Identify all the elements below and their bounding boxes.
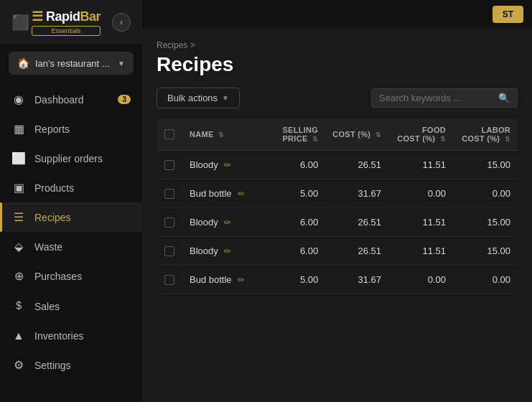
row-food-cost: 11.51 [388,237,453,266]
row-labor-cost: 15.00 [453,151,518,179]
edit-icon[interactable]: ✏ [224,218,231,228]
col-header-food[interactable]: FOODCOST (%) ⇅ [388,118,453,151]
row-cost: 26.51 [325,237,388,266]
sidebar-header: ⬛ ☰ RapidBar Essentials ‹ [0,0,142,45]
edit-icon[interactable]: ✏ [224,160,231,170]
row-name-cell: Bloody ✏ [182,208,261,237]
logo-text: ☰ RapidBar [32,9,101,24]
sidebar-item-reports[interactable]: ▦Reports [0,114,142,144]
add-recipe-button[interactable]: ST [493,6,523,23]
table-row: Bloody ✏ 6.00 26.51 11.51 15.00 [157,151,518,179]
sidebar-item-purchases[interactable]: ⊕Purchases [0,261,142,291]
row-labor-cost: 0.00 [453,266,518,294]
inventories-icon: ▲ [11,329,26,342]
products-icon: ▣ [11,181,26,195]
active-indicator [0,202,2,232]
col-header-check [157,118,182,151]
bulk-actions-label: Bulk actions [167,93,218,103]
row-name: Bud bottle [190,188,232,199]
sidebar-item-products[interactable]: ▣Products [0,173,142,202]
row-cost: 26.51 [325,151,388,179]
sort-icon-cost: ⇅ [375,131,381,139]
sidebar-item-label-recipes: Recipes [34,212,71,223]
row-name-cell: Bloody ✏ [182,237,261,266]
col-header-labor[interactable]: LABORCOST (%) ⇅ [453,118,518,151]
row-checkbox-cell [157,151,182,179]
col-header-cost[interactable]: COST (%) ⇅ [325,118,388,151]
sidebar-item-waste[interactable]: ⬙Waste [0,232,142,261]
row-cost: 26.51 [325,208,388,237]
edit-icon[interactable]: ✏ [224,246,231,256]
back-button[interactable]: ‹ [112,13,131,32]
bulk-chevron-icon: ▼ [222,94,229,102]
row-checkbox[interactable] [164,246,174,256]
sidebar-item-label-reports: Reports [34,123,70,135]
sidebar-item-sales[interactable]: ＄Sales [0,291,142,322]
col-header-name[interactable]: NAME ⇅ [182,118,261,151]
sidebar-item-label-supplier-orders: Supplier orders [34,153,103,164]
row-name: Bud bottle [190,274,232,285]
sidebar-item-label-inventories: Inventories [34,330,83,342]
row-food-cost: 11.51 [388,151,453,179]
sidebar-item-recipes[interactable]: ☰Recipes [0,202,142,232]
row-cost: 31.67 [325,179,388,208]
sidebar-item-label-dashboard: Dashboard [34,94,84,106]
sidebar-item-label-purchases: Purchases [34,271,82,282]
recipes-table-container: NAME ⇅ SELLINGPRICE ⇅ COST (%) ⇅ FOODCOS… [157,118,518,294]
row-checkbox-cell [157,237,182,266]
dashboard-badge: 3 [118,95,131,104]
sidebar-item-inventories[interactable]: ▲Inventories [0,322,142,350]
row-checkbox-cell [157,208,182,237]
purchases-icon: ⊕ [11,269,26,283]
row-cost: 31.67 [325,266,388,294]
row-selling-price: 5.00 [261,266,325,294]
row-selling-price: 5.00 [261,179,325,208]
row-food-cost: 11.51 [388,208,453,237]
edit-icon[interactable]: ✏ [238,189,245,199]
row-name: Bloody [190,159,218,170]
dashboard-icon: ◉ [11,93,26,106]
row-name: Bloody [190,246,218,256]
sidebar-item-label-products: Products [34,182,74,194]
search-box: 🔍 [371,88,518,108]
edit-icon[interactable]: ✏ [238,275,245,285]
sort-icon-name: ⇅ [218,131,224,139]
row-selling-price: 6.00 [261,237,325,266]
row-labor-cost: 0.00 [453,179,518,208]
waste-icon: ⬙ [11,240,26,253]
search-icon: 🔍 [498,93,510,103]
house-icon: 🏠 [17,57,29,69]
table-row: Bud bottle ✏ 5.00 31.67 0.00 0.00 [157,179,518,208]
row-name-cell: Bud bottle ✏ [182,266,261,294]
sidebar-item-dashboard[interactable]: ◉Dashboard3 [0,85,142,114]
row-checkbox[interactable] [164,160,174,170]
essentials-badge: Essentials [32,26,101,36]
main-content: ST Recipes > Recipes Bulk actions ▼ 🔍 [142,0,532,402]
row-food-cost: 0.00 [388,179,453,208]
col-header-selling[interactable]: SELLINGPRICE ⇅ [261,118,325,151]
sidebar-item-supplier-orders[interactable]: ⬜Supplier orders [0,144,142,173]
row-checkbox-cell [157,179,182,208]
bulk-actions-button[interactable]: Bulk actions ▼ [157,88,240,108]
row-checkbox[interactable] [164,218,174,228]
sort-icon-food: ⇅ [440,136,446,143]
sidebar-item-label-waste: Waste [34,241,62,253]
sidebar-item-settings[interactable]: ⚙Settings [0,350,142,380]
nav-menu: ◉Dashboard3▦Reports⬜Supplier orders▣Prod… [0,82,142,402]
row-selling-price: 6.00 [261,208,325,237]
top-bar: ST [142,0,532,29]
row-checkbox[interactable] [164,189,174,199]
supplier-orders-icon: ⬜ [11,151,26,165]
search-input[interactable] [379,93,494,103]
restaurant-name: Ian's restaurant ... [35,58,112,69]
row-labor-cost: 15.00 [453,208,518,237]
row-checkbox[interactable] [164,275,174,285]
restaurant-selector[interactable]: 🏠 Ian's restaurant ... ▼ [9,52,134,75]
select-all-checkbox[interactable] [164,129,174,139]
toolbar: Bulk actions ▼ 🔍 [157,88,518,108]
sidebar-item-label-sales: Sales [34,301,60,312]
sidebar-item-label-settings: Settings [34,360,71,371]
page-title: Recipes [157,53,518,76]
table-row: Bud bottle ✏ 5.00 31.67 0.00 0.00 [157,266,518,294]
row-name-cell: Bud bottle ✏ [182,179,261,208]
